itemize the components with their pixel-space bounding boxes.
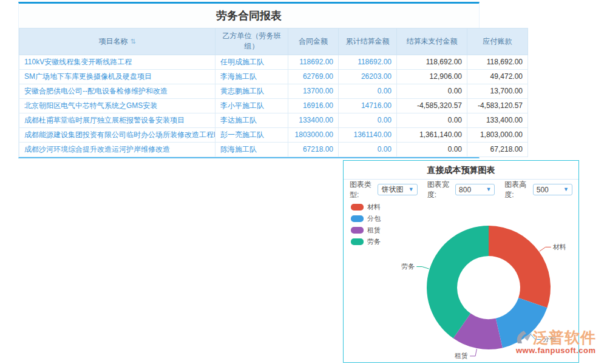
pie-label: 材料 [553,243,566,251]
chart-width-control: 图表宽度:800▼ [427,180,495,200]
settled-amount-cell[interactable]: 14716.00 [339,98,397,113]
unpaid-amount-cell: 12,906.00 [397,69,467,84]
watermark-brand: 泛普软件 [533,328,596,348]
chart-type-select[interactable]: 饼状图▼ [378,184,417,195]
project-name-link[interactable]: 成都杜甫草堂临时展厅独立展柜报警设备安装项目 [19,113,215,127]
page: 劳务合同报表 项目名称⇅乙方单位（劳务班组）合同金额累计结算金额结算未支付金额应… [0,0,607,364]
fanpu-logo-icon [514,328,533,348]
column-header-5[interactable]: 应付账款 [467,29,528,55]
chart-height-select[interactable]: 500▼ [533,184,572,195]
payable-amount-cell: 133,400.00 [467,113,528,127]
unpaid-amount-cell: 118,692.00 [397,55,467,69]
unpaid-amount-cell: -4,585,320.57 [397,98,467,113]
project-name-link[interactable]: 安徽合肥供电公司--配电设备检修维护和改造 [19,84,215,98]
table-row: 成都杜甫草堂临时展厅独立展柜报警设备安装项目李达施工队133400.000.00… [19,113,528,127]
chart-width-label: 图表宽度: [427,180,452,200]
pie-slice-0[interactable] [489,226,551,308]
project-name-link[interactable]: 成都沙河环境综合提升改造运河护岸维修改造 [19,142,215,157]
report-header-row: 项目名称⇅乙方单位（劳务班组）合同金额累计结算金额结算未支付金额应付账款 [19,29,528,55]
settled-amount-cell[interactable]: 0.00 [339,142,397,157]
chart-type-control: 图表类型:饼状图▼ [350,180,418,200]
watermark-url: www.fanpusoft.com [516,346,607,355]
table-row: 成都能源建设集团投资有限公司临时办公场所装修改造工程EPC彭一亮施工队18030… [19,127,528,142]
project-name-link[interactable]: SM广场地下车库更换摄像机及硬盘项目 [19,69,215,84]
pie-label-line [470,349,476,356]
project-name-link[interactable]: 110kV安徽线程集变开断线路工程 [19,55,215,69]
unpaid-amount-cell: 0.00 [397,113,467,127]
payable-amount-cell: 13,700.00 [467,84,528,98]
contract-amount-cell[interactable]: 67218.00 [288,142,339,157]
payable-amount-cell: -4,583,120.57 [467,98,528,113]
team-link[interactable]: 陈海施工队 [215,142,288,157]
contract-amount-cell[interactable]: 13700.00 [288,84,339,98]
chevron-down-icon: ▼ [486,187,491,192]
column-header-0[interactable]: 项目名称⇅ [19,29,215,55]
payable-amount-cell: 49,472.00 [467,69,528,84]
settled-amount-cell[interactable]: 26203.00 [339,69,397,84]
payable-amount-cell: 1,803,000.00 [467,127,528,142]
payable-amount-cell: 67,218.00 [467,142,528,157]
chart-title: 直接成本预算图表 [344,161,578,180]
team-link[interactable]: 彭一亮施工队 [215,127,288,142]
watermark: 泛普软件 www.fanpusoft.com [514,328,607,355]
payable-amount-cell: 118,692.00 [467,55,528,69]
report-table: 项目名称⇅乙方单位（劳务班组）合同金额累计结算金额结算未支付金额应付账款 110… [19,28,528,157]
contract-amount-cell[interactable]: 1803000.00 [288,127,339,142]
pie-label-line [540,247,551,251]
team-link[interactable]: 黄志鹏施工队 [215,84,288,98]
settled-amount-cell[interactable]: 1361140.00 [339,127,397,142]
sort-icon[interactable]: ⇅ [130,38,135,45]
project-name-link[interactable]: 成都能源建设集团投资有限公司临时办公场所装修改造工程EPC [19,127,215,142]
settled-amount-cell[interactable]: 118692.00 [339,55,397,69]
chevron-down-icon: ▼ [563,187,569,192]
table-row: 成都沙河环境综合提升改造运河护岸维修改造陈海施工队67218.000.000.0… [19,142,528,157]
chart-type-label: 图表类型: [350,180,375,200]
contract-amount-cell[interactable]: 16916.00 [288,98,339,113]
unpaid-amount-cell: 0.00 [397,142,467,157]
labor-contract-report-panel: 劳务合同报表 项目名称⇅乙方单位（劳务班组）合同金额累计结算金额结算未支付金额应… [18,2,480,158]
chart-height-value: 500 [537,186,549,194]
chart-height-control: 图表高度:500▼ [504,180,572,200]
pie-label: 租赁 [455,352,468,359]
chart-width-select[interactable]: 800▼ [455,184,495,195]
contract-amount-cell[interactable]: 62769.00 [288,69,339,84]
column-header-3[interactable]: 累计结算金额 [339,29,397,55]
pie-label-line [416,267,429,269]
settled-amount-cell[interactable]: 0.00 [339,113,397,127]
column-header-1[interactable]: 乙方单位（劳务班组） [215,29,288,55]
contract-amount-cell[interactable]: 133400.00 [288,113,339,127]
chart-type-value: 饼状图 [381,184,403,195]
pie-label: 劳务 [401,263,415,270]
unpaid-amount-cell: 0.00 [397,84,467,98]
settled-amount-cell[interactable]: 0.00 [339,84,397,98]
team-link[interactable]: 任明成施工队 [215,55,288,69]
team-link[interactable]: 李达施工队 [215,113,288,127]
table-row: 安徽合肥供电公司--配电设备检修维护和改造黄志鹏施工队13700.000.000… [19,84,528,98]
project-name-link[interactable]: 北京朝阳区电气中芯特气系统之GMS安装 [19,98,215,113]
team-link[interactable]: 李海施工队 [215,69,288,84]
column-header-2[interactable]: 合同金额 [288,29,339,55]
team-link[interactable]: 李小平施工队 [215,98,288,113]
report-title: 劳务合同报表 [19,4,479,28]
table-row: SM广场地下车库更换摄像机及硬盘项目李海施工队62769.0026203.001… [19,69,528,84]
column-header-4[interactable]: 结算未支付金额 [397,29,467,55]
table-row: 北京朝阳区电气中芯特气系统之GMS安装李小平施工队16916.0014716.0… [19,98,528,113]
chart-controls: 图表类型:饼状图▼图表宽度:800▼图表高度:500▼ [344,180,578,200]
chevron-down-icon: ▼ [409,187,414,192]
unpaid-amount-cell: 1,361,140.00 [397,127,467,142]
contract-amount-cell[interactable]: 118692.00 [288,55,339,69]
chart-height-label: 图表高度: [504,180,529,200]
table-row: 110kV安徽线程集变开断线路工程任明成施工队118692.00118692.0… [19,55,528,69]
chart-width-value: 800 [459,186,471,194]
